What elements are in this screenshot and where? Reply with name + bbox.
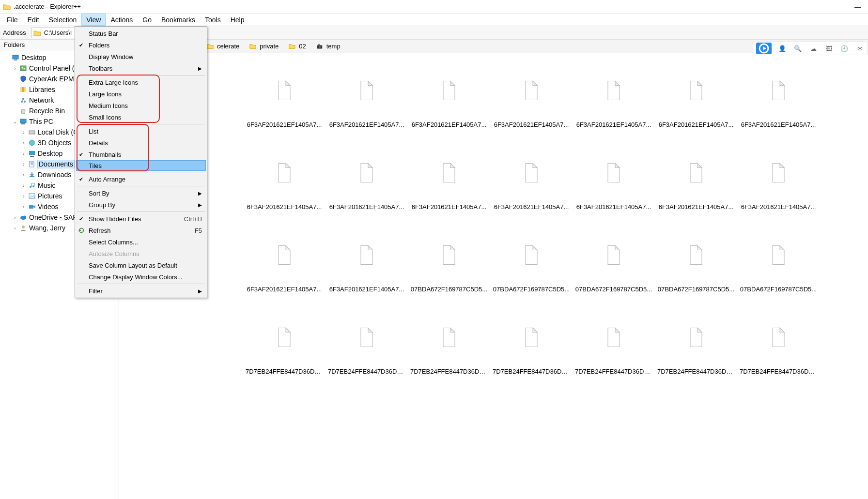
- file-pane[interactable]: 6F3AF201621EF1405A7...6F3AF201621EF1405A…: [119, 53, 868, 499]
- file-item[interactable]: 07BDA672F169787C5D5...: [573, 223, 655, 305]
- file-item[interactable]: 6F3AF201621EF1405A7...: [737, 58, 820, 140]
- menu-item-filter[interactable]: Filter▶: [76, 285, 206, 297]
- menu-separator: [77, 186, 205, 186]
- file-item[interactable]: 6F3AF201621EF1405A7...: [243, 58, 326, 140]
- file-item[interactable]: 6F3AF201621EF1405A7...: [408, 140, 490, 223]
- file-item[interactable]: 07BDA672F169787C5D5...: [490, 223, 573, 305]
- menu-item-select-columns-[interactable]: Select Columns...: [76, 236, 206, 248]
- gallery-icon[interactable]: 🖼: [824, 44, 834, 53]
- file-item[interactable]: 6F3AF201621EF1405A7...: [243, 140, 326, 223]
- file-item[interactable]: 07BDA672F169787C5D5...: [655, 223, 737, 305]
- menu-item-refresh[interactable]: RefreshF5: [76, 225, 206, 236]
- person-icon[interactable]: 👤: [777, 44, 787, 53]
- file-item[interactable]: 07BDA672F169787C5D5...: [408, 223, 490, 305]
- file-item[interactable]: 7D7EB24FFE8447D36DC...: [243, 305, 326, 387]
- file-icon: [765, 156, 792, 190]
- tree-twisty-icon[interactable]: ›: [20, 130, 27, 135]
- file-item[interactable]: 6F3AF201621EF1405A7...: [408, 58, 490, 140]
- menu-item-details[interactable]: Details: [76, 137, 206, 149]
- menu-view[interactable]: View: [81, 14, 106, 26]
- menu-item-label: List: [89, 128, 98, 135]
- menu-actions[interactable]: Actions: [106, 14, 138, 26]
- menu-file[interactable]: File: [2, 14, 23, 26]
- svg-rect-16: [29, 151, 35, 155]
- tree-twisty-icon[interactable]: ›: [20, 151, 27, 156]
- tree-twisty-icon[interactable]: ›: [12, 226, 18, 231]
- menu-item-label: Details: [89, 139, 108, 147]
- menu-item-extra-large-icons[interactable]: Extra Large Icons: [76, 76, 206, 88]
- tree-item-label: This PC: [29, 118, 53, 125]
- file-item[interactable]: 6F3AF201621EF1405A7...: [490, 58, 573, 140]
- tab-private[interactable]: private: [244, 41, 283, 52]
- file-item[interactable]: 6F3AF201621EF1405A7...: [490, 140, 573, 223]
- file-item[interactable]: 7D7EB24FFE8447D36DC...: [573, 305, 655, 387]
- file-item[interactable]: 6F3AF201621EF1405A7...: [326, 58, 408, 140]
- file-icon: [600, 320, 627, 354]
- tree-twisty-icon[interactable]: ›: [20, 172, 27, 178]
- file-item[interactable]: 6F3AF201621EF1405A7...: [573, 140, 655, 223]
- mail-icon[interactable]: ✉: [855, 44, 865, 53]
- file-item[interactable]: 7D7EB24FFE8447D36DC...: [408, 305, 490, 387]
- file-item[interactable]: 7D7EB24FFE8447D36DC...: [490, 305, 573, 387]
- tree-twisty-icon[interactable]: ⌄: [12, 119, 18, 124]
- checkmark-icon: ✔: [79, 216, 83, 222]
- menu-shortcut: Ctrl+H: [184, 215, 202, 223]
- tree-twisty-icon[interactable]: ›: [20, 140, 27, 146]
- menu-item-group-by[interactable]: Group By▶: [76, 199, 206, 211]
- menu-go[interactable]: Go: [138, 14, 156, 26]
- menu-item-label: Toolbars: [89, 65, 112, 72]
- minimize-button[interactable]: —: [854, 3, 861, 11]
- file-item[interactable]: 7D7EB24FFE8447D36DC...: [326, 305, 408, 387]
- menu-item-save-column-layout-as-default[interactable]: Save Column Layout as Default: [76, 259, 206, 271]
- address-path: C:\Users\I: [44, 29, 77, 36]
- file-item[interactable]: 6F3AF201621EF1405A7...: [655, 58, 737, 140]
- tree-twisty-icon[interactable]: ›: [20, 162, 27, 167]
- menu-item-list[interactable]: List: [76, 125, 206, 137]
- file-item[interactable]: 6F3AF201621EF1405A7...: [573, 58, 655, 140]
- address-input[interactable]: C:\Users\I: [31, 28, 79, 38]
- tree-twisty-icon[interactable]: ›: [12, 215, 18, 220]
- menu-item-large-icons[interactable]: Large Icons: [76, 88, 206, 100]
- tree-item-label: Recycle Bin: [29, 107, 65, 115]
- clock-icon[interactable]: 🕘: [839, 44, 849, 53]
- search-icon[interactable]: 🔍: [793, 44, 803, 53]
- tab-02[interactable]: 02: [283, 41, 310, 52]
- menu-item-display-window[interactable]: Display Window: [76, 51, 206, 62]
- menu-separator: [77, 124, 205, 124]
- cloud-icon[interactable]: ☁: [808, 44, 818, 53]
- menu-item-tiles[interactable]: Tiles: [76, 160, 206, 171]
- tree-twisty-icon[interactable]: ›: [20, 183, 27, 188]
- tree-twisty-icon[interactable]: ›: [20, 204, 27, 210]
- file-item[interactable]: 7D7EB24FFE8447D36DC...: [655, 305, 737, 387]
- play-blue-icon[interactable]: [756, 43, 772, 54]
- menu-item-folders[interactable]: ✔Folders: [76, 39, 206, 51]
- menu-item-thumbnails[interactable]: ✔Thumbnails: [76, 149, 206, 160]
- menu-item-auto-arrange[interactable]: ✔Auto Arrange: [76, 173, 206, 185]
- tree-twisty-icon[interactable]: ›: [12, 66, 18, 71]
- file-item[interactable]: 07BDA672F169787C5D5...: [737, 223, 820, 305]
- file-item[interactable]: 7D7EB24FFE8447D36DC...: [737, 305, 820, 387]
- menu-item-change-display-window-colors-[interactable]: Change Display Window Colors...: [76, 271, 206, 283]
- menu-item-small-icons[interactable]: Small Icons: [76, 111, 206, 123]
- file-item[interactable]: 6F3AF201621EF1405A7...: [326, 223, 408, 305]
- menu-item-status-bar[interactable]: Status Bar: [76, 28, 206, 39]
- menu-selection[interactable]: Selection: [44, 14, 82, 26]
- menu-item-sort-by[interactable]: Sort By▶: [76, 187, 206, 199]
- file-item[interactable]: 6F3AF201621EF1405A7...: [326, 140, 408, 223]
- menu-item-show-hidden-files[interactable]: ✔Show Hidden FilesCtrl+H: [76, 213, 206, 225]
- menu-tools[interactable]: Tools: [200, 14, 226, 26]
- file-item[interactable]: 6F3AF201621EF1405A7...: [655, 140, 737, 223]
- svg-rect-23: [29, 205, 33, 209]
- tab-temp[interactable]: temp: [311, 41, 345, 52]
- tree-item-label: OneDrive - SAP: [29, 213, 78, 221]
- menu-edit[interactable]: Edit: [23, 14, 44, 26]
- file-item[interactable]: 6F3AF201621EF1405A7...: [243, 223, 326, 305]
- menu-item-medium-icons[interactable]: Medium Icons: [76, 100, 206, 111]
- file-item[interactable]: 6F3AF201621EF1405A7...: [737, 140, 820, 223]
- menu-separator: [77, 75, 205, 76]
- menu-help[interactable]: Help: [226, 14, 249, 26]
- menu-bookmarks[interactable]: Bookmarks: [156, 14, 200, 26]
- tab-celerate[interactable]: celerate: [202, 41, 244, 52]
- menu-item-toolbars[interactable]: Toolbars▶: [76, 62, 206, 74]
- tree-twisty-icon[interactable]: ›: [20, 194, 27, 199]
